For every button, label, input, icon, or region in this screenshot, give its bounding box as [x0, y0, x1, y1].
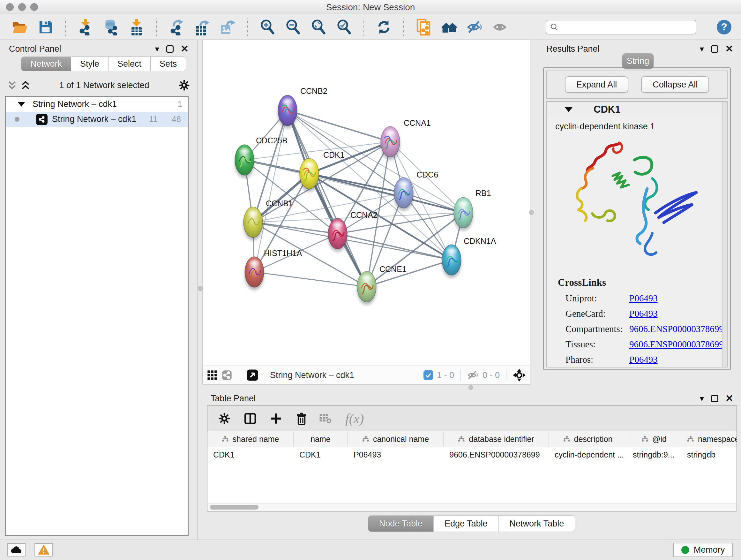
column-tree-icon	[222, 435, 229, 442]
crosslink-link[interactable]: P06493	[629, 354, 658, 365]
first-neighbors-icon[interactable]	[441, 19, 457, 35]
zoom-fit-icon[interactable]	[311, 19, 327, 35]
network-collection-row[interactable]: String Network – cdk1 1	[6, 97, 188, 112]
column-header-namespace[interactable]: namespace	[681, 431, 737, 447]
zoom-in-icon[interactable]	[259, 19, 275, 35]
column-header-canonical-name[interactable]: canonical name	[348, 431, 444, 447]
expand-all-button[interactable]: Expand All	[565, 76, 629, 93]
delete-column-icon[interactable]	[295, 412, 308, 425]
panel-float-icon[interactable]	[711, 45, 718, 53]
panel-float-icon[interactable]	[711, 395, 718, 402]
search-input[interactable]	[561, 22, 692, 32]
column-header--id[interactable]: @id	[627, 431, 681, 447]
string-view-icon[interactable]	[222, 370, 232, 380]
gene-entry-header[interactable]: CDK1	[547, 102, 727, 118]
node-CCNA1[interactable]: CCNA1	[381, 118, 431, 160]
crosslink-link[interactable]: P06493	[629, 293, 658, 304]
refresh-view-icon[interactable]	[376, 19, 392, 35]
table-cell[interactable]: 9606.ENSP00000378699	[444, 447, 549, 462]
tab-sets[interactable]: Sets	[150, 57, 186, 71]
tab-style[interactable]: Style	[71, 57, 109, 71]
import-network-icon[interactable]	[77, 19, 93, 35]
expand-all-chevrons-icon[interactable]	[8, 80, 17, 90]
table-cell[interactable]: stringdb	[681, 447, 737, 462]
tab-select[interactable]: Select	[108, 57, 151, 71]
results-scrollbar[interactable]	[722, 102, 727, 367]
network-canvas[interactable]: CCNB2CCNA1CDC25BCDK1CDC6RB1CCNB1CCNA2CDK…	[203, 40, 530, 366]
window-zoom-button[interactable]	[30, 3, 38, 11]
panel-close-icon[interactable]: ✕	[181, 44, 189, 54]
tab-network-table[interactable]: Network Table	[498, 515, 576, 532]
tab-network[interactable]: Network	[21, 57, 71, 71]
crosslink-link[interactable]: 9606.ENSP00000378699	[629, 339, 723, 350]
table-settings-gear-icon[interactable]	[218, 413, 230, 425]
crosslink-link[interactable]: P06493	[629, 308, 658, 319]
window-close-button[interactable]	[6, 3, 14, 11]
table-cell[interactable]: P06493	[348, 447, 444, 462]
open-session-icon[interactable]	[12, 19, 28, 35]
column-header-shared-name[interactable]: shared name	[207, 431, 293, 447]
zoom-selected-icon[interactable]	[336, 19, 352, 35]
column-header-name[interactable]: name	[293, 431, 348, 447]
gene-symbol: CDK1	[594, 104, 620, 115]
left-splitter-handle[interactable]	[198, 286, 203, 291]
node-CCNB2[interactable]: CCNB2	[278, 86, 327, 129]
save-session-icon[interactable]	[38, 19, 54, 35]
open-in-window-icon[interactable]	[246, 369, 259, 381]
import-network-from-database-icon[interactable]	[103, 19, 119, 35]
share-document-icon[interactable]	[416, 19, 432, 35]
hide-selected-icon[interactable]	[467, 19, 483, 35]
tab-node-table[interactable]: Node Table	[368, 515, 434, 532]
export-table-icon[interactable]	[194, 19, 210, 35]
table-horizontal-scrollbar[interactable]	[207, 503, 737, 511]
add-column-icon[interactable]	[270, 413, 282, 425]
right-splitter-handle[interactable]	[529, 210, 534, 215]
gear-icon[interactable]	[179, 79, 190, 91]
grid-view-icon[interactable]	[207, 370, 217, 380]
delete-table-icon[interactable]	[319, 413, 332, 424]
tab-string[interactable]: String	[622, 53, 654, 69]
collapse-all-chevrons-icon[interactable]	[21, 80, 30, 90]
node-HIST1H1A[interactable]: HIST1H1A	[245, 249, 302, 290]
node-CCNE1[interactable]: CCNE1	[357, 265, 407, 305]
window-minimize-button[interactable]	[18, 3, 26, 11]
column-header-description[interactable]: description	[549, 431, 627, 447]
show-columns-icon[interactable]	[244, 413, 257, 425]
table-rows: CDK1CDK1P064939606.ENSP00000378699cyclin…	[207, 447, 737, 462]
zoom-out-icon[interactable]	[285, 19, 301, 35]
memory-button[interactable]: Memory	[673, 543, 733, 557]
column-header-database-identifier[interactable]: database identifier	[444, 431, 549, 447]
collapse-all-button[interactable]: Collapse All	[641, 76, 709, 93]
panel-float-icon[interactable]	[166, 45, 174, 53]
show-all-icon[interactable]	[492, 19, 509, 35]
warnings-button[interactable]	[35, 543, 53, 557]
function-builder-icon[interactable]: f(x)	[345, 411, 364, 426]
node-RB1[interactable]: RB1	[454, 189, 491, 231]
panel-close-icon[interactable]: ✕	[725, 394, 733, 403]
cloud-services-button[interactable]	[7, 543, 25, 557]
tree-expander-icon[interactable]	[18, 102, 25, 107]
panel-collapse-icon[interactable]: ▾	[700, 394, 704, 402]
export-image-icon[interactable]	[219, 19, 235, 35]
scrollbar-thumb[interactable]	[210, 505, 259, 509]
network-row-selected[interactable]: String Network – cdk1 11 48	[6, 112, 188, 127]
selected-checkbox-icon[interactable]	[423, 370, 433, 380]
table-cell[interactable]: CDK1	[293, 447, 348, 462]
table-cell[interactable]: cyclin-dependent ...	[549, 447, 627, 462]
birds-eye-view-icon[interactable]	[513, 369, 526, 381]
import-table-icon[interactable]	[129, 19, 145, 35]
entry-expander-icon[interactable]	[565, 107, 572, 112]
node-CDKN1A[interactable]: CDKN1A	[442, 237, 496, 278]
bottom-splitter-handle[interactable]	[468, 385, 473, 390]
panel-collapse-icon[interactable]: ▾	[155, 45, 159, 53]
table-row[interactable]: CDK1CDK1P064939606.ENSP00000378699cyclin…	[207, 447, 737, 462]
export-network-icon[interactable]	[169, 19, 185, 35]
table-cell[interactable]: stringdb:9...	[627, 447, 681, 462]
tab-edge-table[interactable]: Edge Table	[433, 515, 499, 532]
node-CDC25B[interactable]: CDC25B	[234, 136, 287, 178]
help-icon[interactable]: ?	[717, 20, 731, 35]
panel-close-icon[interactable]: ✕	[725, 44, 733, 54]
table-cell[interactable]: CDK1	[207, 447, 293, 462]
panel-collapse-icon[interactable]: ▾	[700, 45, 704, 53]
crosslink-link[interactable]: 9606.ENSP00000378699	[629, 324, 723, 334]
